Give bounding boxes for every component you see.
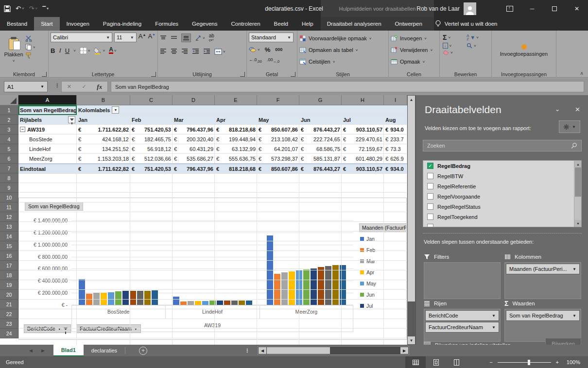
tab-formules[interactable]: Formules [148,17,185,31]
name-box[interactable]: A1▼ [4,81,48,92]
row-header-6[interactable]: 6 [0,154,18,164]
column-labels-cell[interactable]: Kolomlabels▼ [77,105,407,115]
tab-beeld[interactable]: Beeld [267,17,295,31]
align-left-icon[interactable] [160,49,167,54]
bold-button[interactable]: B [51,47,55,54]
pane-options-chevron-icon[interactable]: ⌄ [555,106,560,113]
field-scroll-thumb[interactable] [575,167,581,197]
row-header-12[interactable]: 12 [0,212,18,222]
row-header-19[interactable]: 19 [0,280,18,290]
borders-button[interactable]: ˅ [80,47,90,54]
tell-me-box[interactable]: Vertel wat u wilt doen [429,17,503,31]
column-header-G[interactable]: G [299,95,342,105]
filters-dropzone[interactable] [424,262,501,299]
row-header-8[interactable]: 8 [0,173,18,183]
pivot-month-header[interactable]: May [257,115,299,125]
pivot-cell[interactable]: €850.607,86 [257,125,299,134]
tab-pagina-indeling[interactable]: Pagina-indeling [96,17,148,31]
columns-dropzone[interactable]: Maanden (FactuurPeri...▼ [504,262,581,299]
pivot-cell[interactable]: €876.443,27 [299,164,342,174]
cell-styles-button[interactable]: Celstijlen˅ [299,56,386,67]
pivot-month-header[interactable]: Apr [215,115,257,125]
field-list-scrollbar[interactable]: ▲ ▼ [574,161,581,227]
pivot-cell[interactable]: €200.320,40 [173,134,215,144]
row-header-24[interactable]: 24 [0,329,18,338]
pivot-cell[interactable]: €876.443,27 [299,125,342,134]
sort-filter-button[interactable]: AZ▼˅ [467,33,488,41]
wrap-text-button[interactable]: abc↵ [209,34,214,42]
row-header-15[interactable]: 15 [0,241,18,251]
row-header-20[interactable]: 20 [0,290,18,300]
redo-button[interactable]: ↷˅ [29,5,38,12]
pivot-corner-cell[interactable]: Som van RegelBedrag [18,105,77,115]
tab-controleren[interactable]: Controleren [225,17,267,31]
pivot-cell[interactable]: €1.711.622,82 [77,164,130,174]
tab-ontwerpen[interactable]: Ontwerpen [388,17,429,31]
font-name-select[interactable]: Calibri▼ [51,33,112,42]
field-scroll-down-icon[interactable]: ▼ [574,220,582,227]
pivot-cell[interactable]: €63.132,99 [215,144,257,154]
row-header-22[interactable]: 22 [0,309,18,319]
close-button[interactable]: ✕ [566,0,588,17]
field-item-clipped[interactable] [423,222,581,227]
field-item-regelbedrag[interactable]: ✓RegelBedrag [423,161,581,171]
format-painter-icon[interactable] [25,52,35,59]
tab-draaitabel-analyseren[interactable]: Draaitabel analyseren [320,17,388,31]
pivot-cell[interactable]: €1.711.622,82 [77,125,130,134]
clear-button[interactable]: ˅ [443,50,465,55]
zoom-slider-thumb[interactable] [528,360,530,365]
area-chip-berichtcode[interactable]: BerichtCode▼ [425,310,499,321]
number-format-select[interactable]: Standaard▼ [249,33,294,42]
customize-qat-button[interactable]: ▔▾ [42,6,49,11]
row-header-21[interactable]: 21 [0,300,18,309]
enter-icon[interactable]: ✓ [82,84,86,90]
user-name[interactable]: Rob van de Laar [416,5,460,12]
horizontal-scrollbar[interactable]: ◀ ▶ [258,346,409,355]
paste-button[interactable]: Plakken ˅ [2,33,25,68]
pivot-cell[interactable]: €796.437,96 [173,164,215,174]
alignment-dialog-launcher[interactable] [240,72,245,77]
ribbon-display-options-button[interactable] [499,0,521,17]
pivot-row-label-eindtotaal[interactable]: Eindtotaal [18,164,77,174]
pivot-cell[interactable]: €73.3 [384,144,407,154]
maximize-button[interactable] [543,0,566,17]
unchecked-checkbox[interactable] [427,193,433,200]
pivot-month-header[interactable]: Jan [77,115,130,125]
comma-style-button[interactable]: 000 [275,47,282,52]
sheet-tab-blad1[interactable]: Blad1 [53,345,84,356]
font-color-button[interactable]: A˅ [109,47,116,54]
row-labels-cell[interactable]: Rijlabels [18,115,77,125]
pivot-cell[interactable]: €601.480,29 [342,154,384,164]
checked-checkbox-icon[interactable]: ✓ [427,163,433,169]
area-chip-maanden-factuurperi-[interactable]: Maanden (FactuurPeri...▼ [506,264,580,274]
pivot-cell[interactable]: €850.607,86 [257,164,299,174]
pivot-cell[interactable]: €1.153.203,18 [77,154,130,164]
pivot-cell[interactable]: €134.251,52 [77,144,130,154]
pivot-cell[interactable]: €751.420,53 [130,125,173,134]
merge-center-button[interactable]: ˅ [214,49,225,55]
pivot-cell[interactable]: €72.159,67 [342,144,384,154]
unchecked-checkbox[interactable] [427,173,433,179]
fill-color-button[interactable]: ˅ [94,47,105,54]
pivot-cell[interactable]: €626.9 [384,154,407,164]
pivot-cell[interactable]: €182.465,75 [130,134,173,144]
row-header-13[interactable]: 13 [0,222,18,232]
pivot-cell[interactable]: €934.0 [384,164,407,174]
select-all-corner[interactable] [0,95,18,105]
pivot-cell[interactable]: €535.686,27 [173,154,215,164]
percent-style-button[interactable]: % [265,46,271,53]
pivot-month-header[interactable]: Feb [130,115,173,125]
pivot-cell[interactable]: €222.724,65 [299,134,342,144]
pivot-row-label-bosstede[interactable]: BosStede [18,134,77,144]
pivot-cell[interactable]: €555.636,75 [215,154,257,164]
pivot-cell[interactable]: €424.168,12 [77,134,130,144]
pivot-cell[interactable]: €585.131,87 [299,154,342,164]
pivot-month-header[interactable]: Jul [342,115,384,125]
zoom-out-icon[interactable]: − [489,359,492,365]
pivot-row-label-aw319[interactable]: −AW319 [18,125,77,134]
scroll-up-icon[interactable]: ▲ [408,96,415,103]
name-box-splitter[interactable]: ⋮ [54,83,60,89]
horizontal-scroll-thumb[interactable] [267,347,330,354]
font-dialog-launcher[interactable] [151,72,156,77]
field-item-regelvoorgaande[interactable]: RegelVoorgaande [423,191,581,201]
